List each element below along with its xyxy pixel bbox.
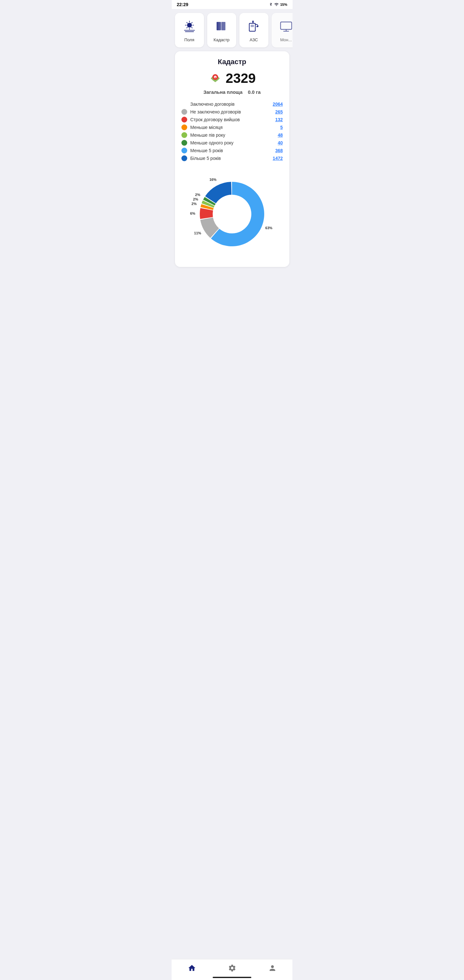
stat-label-less-halfyear: Меньше пів року <box>191 132 275 138</box>
total-area-label: Загальна площа <box>203 89 242 95</box>
fields-label: Поля <box>184 37 194 42</box>
svg-text:2%: 2% <box>191 202 197 206</box>
fields-icon <box>181 18 197 34</box>
donut-chart: 63%11%6%2%2%2%16% <box>180 169 284 259</box>
stat-row-expired: Строк договору вийшов 132 <box>181 117 283 123</box>
stat-value-less-5years[interactable]: 368 <box>275 148 283 153</box>
status-time: 22:29 <box>177 2 189 7</box>
stat-dot-not-concluded <box>181 109 187 115</box>
svg-line-7 <box>191 22 192 23</box>
stat-value-more-5years[interactable]: 1472 <box>273 156 283 161</box>
stat-value-not-concluded[interactable]: 265 <box>275 109 283 115</box>
battery-text: 15% <box>280 3 287 6</box>
stat-dot-more-5years <box>181 155 187 161</box>
svg-text:6%: 6% <box>190 212 195 215</box>
stat-row-not-concluded: Не заключено договорів 265 <box>181 109 283 115</box>
svg-rect-17 <box>280 22 292 29</box>
gas-label: АЗС <box>250 37 258 42</box>
stat-label-concluded: Заключено договорів <box>191 102 270 107</box>
stat-label-less-month: Меньше місяця <box>191 125 277 130</box>
stat-value-concluded[interactable]: 2064 <box>273 102 283 107</box>
donut-chart-svg: 63%11%6%2%2%2%16% <box>187 169 277 259</box>
main-card: Кадастр $ 2329 Загальна площа 0.0 га <box>175 51 289 267</box>
svg-text:$: $ <box>215 76 216 79</box>
nav-card-gas[interactable]: АЗС <box>239 13 269 48</box>
stat-row-less-year: Меньше одного року 40 <box>181 140 283 146</box>
stat-dot-less-halfyear <box>181 132 187 138</box>
stat-value-less-month[interactable]: 5 <box>280 125 283 130</box>
svg-rect-12 <box>221 22 225 30</box>
stat-row-less-5years: Меньше 5 років 368 <box>181 148 283 153</box>
stat-row-less-month: Меньше місяця 5 <box>181 124 283 130</box>
monitor-label: Мон... <box>280 37 292 42</box>
main-count-value: 2329 <box>226 71 256 86</box>
stat-dot-expired <box>181 117 187 123</box>
stat-dot-less-5years <box>181 148 187 153</box>
total-area-value: 0.0 га <box>248 89 261 95</box>
stat-label-less-year: Меньше одного року <box>191 140 275 145</box>
stat-label-less-5years: Меньше 5 років <box>191 148 272 153</box>
stat-row-more-5years: Більше 5 років 1472 <box>181 155 283 161</box>
signal-icon <box>274 2 279 7</box>
total-area-row: Загальна площа 0.0 га <box>180 89 284 95</box>
svg-rect-15 <box>250 25 254 27</box>
svg-line-5 <box>187 22 187 23</box>
svg-text:63%: 63% <box>265 226 272 230</box>
cadastre-label: Кадастр <box>214 37 229 42</box>
svg-point-0 <box>187 23 191 27</box>
stat-row-concluded: Заключено договорів 2064 <box>181 101 283 107</box>
map-pin-icon: $ <box>208 71 222 86</box>
stat-row-less-halfyear: Меньше пів року 48 <box>181 132 283 138</box>
nav-card-monitor[interactable]: Мон... <box>272 13 292 48</box>
stat-dot-less-month <box>181 124 187 130</box>
stat-label-not-concluded: Не заключено договорів <box>191 109 272 115</box>
stat-dot-less-year <box>181 140 187 146</box>
monitor-icon <box>278 18 292 34</box>
svg-rect-11 <box>216 22 221 30</box>
stat-value-less-halfyear[interactable]: 48 <box>278 132 283 138</box>
nav-card-cadastre[interactable]: Кадастр <box>207 13 236 48</box>
cadastre-icon <box>214 18 230 34</box>
stat-label-more-5years: Більше 5 років <box>191 156 270 161</box>
svg-text:2%: 2% <box>193 197 198 201</box>
gas-icon <box>246 18 262 34</box>
svg-rect-13 <box>219 22 219 30</box>
stat-value-expired[interactable]: 132 <box>275 117 283 122</box>
nav-card-fields[interactable]: Поля <box>175 13 204 48</box>
status-bar: 22:29 15% <box>172 0 292 9</box>
svg-point-16 <box>256 26 257 27</box>
svg-line-8 <box>187 27 187 28</box>
card-title: Кадастр <box>180 58 284 66</box>
stat-label-expired: Строк договору вийшов <box>191 117 272 122</box>
svg-text:16%: 16% <box>210 178 216 181</box>
status-icons: 15% <box>269 2 287 7</box>
count-row: $ 2329 <box>180 71 284 86</box>
svg-line-6 <box>191 27 192 28</box>
stats-list: Заключено договорів 2064 Не заключено до… <box>180 101 284 161</box>
svg-text:2%: 2% <box>195 193 200 197</box>
stat-dot-concluded <box>181 101 187 107</box>
bluetooth-icon <box>269 2 273 7</box>
svg-text:11%: 11% <box>194 231 201 235</box>
nav-cards-row: Поля Кадастр АЗС <box>172 9 292 51</box>
stat-value-less-year[interactable]: 40 <box>278 140 283 145</box>
svg-rect-14 <box>249 23 255 31</box>
